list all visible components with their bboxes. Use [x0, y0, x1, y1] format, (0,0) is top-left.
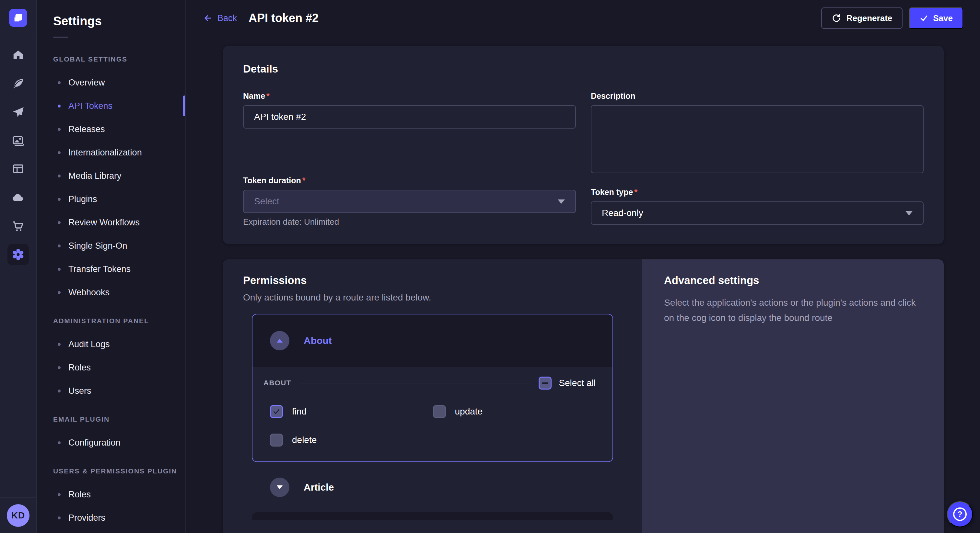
article-accordion-title: Article: [304, 482, 334, 493]
back-label: Back: [218, 13, 237, 23]
find-checkbox[interactable]: [270, 405, 283, 418]
token-type-label: Token type*: [591, 187, 924, 197]
permissions-heading: Permissions: [243, 274, 642, 287]
administration-panel-list: Audit Logs Roles Users: [37, 333, 185, 403]
app-root: KD Settings Global settings Overview API…: [0, 0, 980, 533]
sidebar-item-label: Overview: [68, 78, 105, 88]
user-avatar[interactable]: KD: [7, 504, 30, 527]
article-accordion-header[interactable]: Article: [252, 462, 613, 512]
main-area: Back API token #2 Regenerate Save: [186, 0, 980, 533]
regenerate-button[interactable]: Regenerate: [821, 8, 903, 29]
sidebar-item-single-sign-on[interactable]: Single Sign-On: [37, 234, 185, 257]
nav-settings[interactable]: [0, 240, 36, 269]
expand-toggle-button[interactable]: [270, 477, 290, 497]
help-button[interactable]: ?: [947, 501, 973, 527]
bullet-icon: [58, 493, 60, 496]
about-accordion-body: ABOUT Select all: [253, 367, 612, 462]
save-button[interactable]: Save: [909, 8, 963, 29]
sidebar-item-api-tokens[interactable]: API Tokens: [37, 94, 185, 117]
chevron-down-icon: [905, 211, 913, 215]
about-accordion-header[interactable]: About: [253, 314, 612, 367]
bullet-icon: [58, 105, 60, 108]
sidebar-item-label: Configuration: [68, 438, 121, 448]
select-all-control[interactable]: Select all: [539, 377, 596, 390]
sidebar-item-internationalization[interactable]: Internationalization: [37, 141, 185, 164]
nav-content-manager[interactable]: [0, 155, 36, 183]
strapi-logo[interactable]: [9, 9, 27, 27]
action-label: delete: [292, 435, 317, 445]
permissions-subtitle: Only actions bound by a route are listed…: [243, 292, 642, 303]
bullet-icon: [58, 81, 60, 84]
group-divider: [301, 383, 530, 383]
nav-content-builder[interactable]: [0, 69, 36, 98]
sidebar-item-label: Webhooks: [68, 287, 110, 298]
sidebar-item-admin-users[interactable]: Users: [37, 379, 185, 403]
feather-icon: [12, 78, 24, 90]
section-global-settings: Global settings: [53, 56, 185, 63]
select-all-checkbox[interactable]: [539, 377, 552, 390]
name-label-text: Name: [243, 91, 265, 101]
update-checkbox[interactable]: [433, 405, 446, 418]
sidebar-item-label: Media Library: [68, 171, 121, 181]
bullet-icon: [58, 441, 60, 444]
name-input[interactable]: [243, 105, 576, 128]
details-fields: Name* Token duration* Select Expiratio: [243, 91, 924, 227]
users-permissions-list: Roles Providers: [37, 483, 185, 530]
about-actions-grid: find update delete: [264, 405, 596, 447]
sidebar-item-webhooks[interactable]: Webhooks: [37, 281, 185, 304]
nav-settings-highlight: [8, 244, 29, 265]
nav-media-library[interactable]: [0, 126, 36, 155]
refresh-icon: [832, 13, 841, 23]
description-textarea[interactable]: [591, 105, 924, 173]
back-link[interactable]: Back: [202, 13, 237, 23]
cloud-icon: [11, 191, 25, 204]
nav-marketplace[interactable]: [0, 212, 36, 240]
about-group-label: ABOUT: [264, 379, 291, 387]
nav-cloud[interactable]: [0, 183, 36, 212]
sidebar-item-audit-logs[interactable]: Audit Logs: [37, 333, 185, 356]
permissions-section: Permissions Only actions bound by a rout…: [223, 259, 642, 533]
section-users-permissions-plugin: Users & Permissions plugin: [53, 467, 185, 475]
delete-checkbox[interactable]: [270, 434, 283, 447]
bullet-icon: [58, 151, 60, 154]
sidebar-item-overview[interactable]: Overview: [37, 71, 185, 94]
sidebar-item-up-providers[interactable]: Providers: [37, 506, 185, 530]
action-update: update: [433, 405, 596, 418]
collapse-toggle-button[interactable]: [270, 331, 290, 351]
sidebar-item-label: Plugins: [68, 194, 97, 204]
bullet-icon: [58, 244, 60, 247]
section-email-plugin: Email plugin: [53, 416, 185, 423]
strapi-logo-glyph: [13, 12, 24, 23]
token-type-label-text: Token type: [591, 187, 633, 197]
sidebar-item-email-configuration[interactable]: Configuration: [37, 431, 185, 454]
gear-icon: [11, 248, 25, 261]
required-asterisk: *: [266, 91, 270, 101]
arrow-left-icon: [202, 13, 213, 23]
name-label: Name*: [243, 91, 576, 101]
sidebar-item-transfer-tokens[interactable]: Transfer Tokens: [37, 257, 185, 281]
nav-home[interactable]: [0, 41, 36, 69]
sidebar-item-releases[interactable]: Releases: [37, 117, 185, 141]
token-duration-select[interactable]: Select: [243, 190, 576, 213]
sidebar-item-up-roles[interactable]: Roles: [37, 483, 185, 506]
sidebar-item-media-library[interactable]: Media Library: [37, 164, 185, 187]
action-label: find: [292, 406, 307, 417]
bullet-icon: [58, 221, 60, 224]
indeterminate-dash-icon: [542, 382, 548, 384]
rail-nav-items: [0, 36, 36, 269]
token-type-select[interactable]: Read-only: [591, 201, 924, 225]
regenerate-label: Regenerate: [846, 13, 892, 23]
sidebar-item-label: Internationalization: [68, 148, 142, 158]
bullet-icon: [58, 291, 60, 294]
subnav-title: Settings: [53, 14, 185, 28]
chevron-down-icon: [558, 200, 565, 204]
token-duration-label-text: Token duration: [243, 176, 301, 185]
sidebar-item-admin-roles[interactable]: Roles: [37, 356, 185, 379]
about-group-row: ABOUT Select all: [264, 377, 596, 390]
sidebar-item-label: Providers: [68, 513, 105, 523]
sidebar-item-plugins[interactable]: Plugins: [37, 187, 185, 211]
chevron-down-icon: [277, 485, 283, 489]
global-settings-list: Overview API Tokens Releases Internation…: [37, 71, 185, 304]
nav-deploy[interactable]: [0, 98, 36, 126]
sidebar-item-review-workflows[interactable]: Review Workflows: [37, 211, 185, 234]
